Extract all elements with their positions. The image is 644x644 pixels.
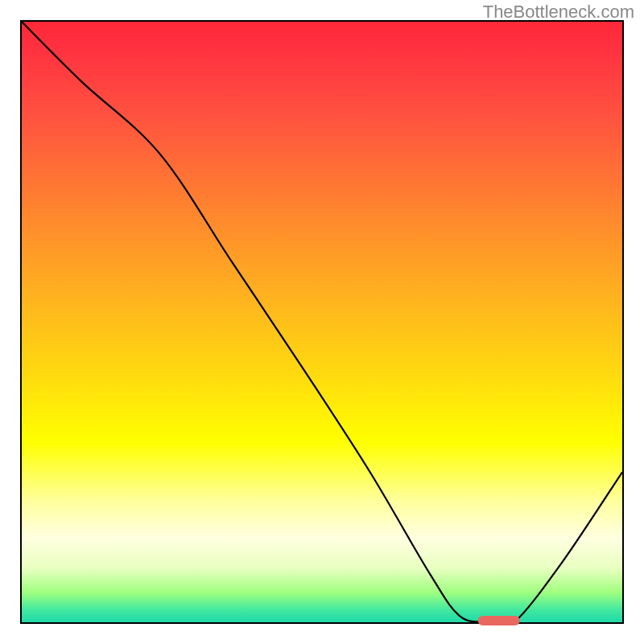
- optimal-point-marker: [477, 616, 520, 625]
- plot-area: [20, 20, 624, 624]
- watermark-text: TheBottleneck.com: [483, 2, 634, 23]
- curve-svg: [22, 22, 622, 622]
- bottleneck-curve-line: [22, 22, 622, 622]
